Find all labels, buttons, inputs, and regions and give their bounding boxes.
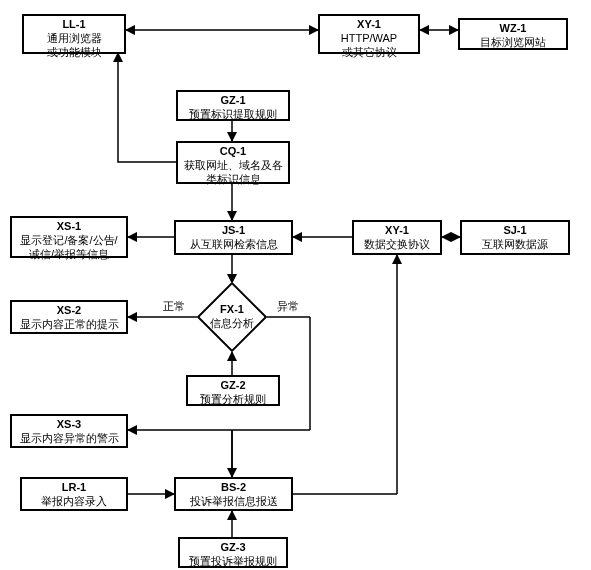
node-xs3: XS-3 显示内容异常的警示	[10, 414, 128, 448]
edge-label-abnormal: 异常	[276, 299, 300, 314]
node-code: GZ-1	[180, 94, 286, 108]
node-wz1: WZ-1 目标浏览网站	[458, 18, 568, 50]
node-gz3: GZ-3 预置投诉举报规则	[178, 537, 288, 568]
node-code: GZ-3	[182, 541, 284, 555]
node-code: FX-1	[187, 303, 277, 317]
node-text: 通用浏览器或功能模块	[26, 32, 122, 60]
node-code: GZ-2	[190, 379, 276, 393]
node-text: 显示内容异常的警示	[14, 432, 124, 446]
node-text: 信息分析	[187, 317, 277, 331]
node-text: 预置分析规则	[190, 393, 276, 407]
node-fx1: FX-1 信息分析	[207, 292, 257, 342]
node-text: 预置投诉举报规则	[182, 555, 284, 569]
node-ll1: LL-1 通用浏览器或功能模块	[22, 14, 126, 54]
node-gz1: GZ-1 预置标识提取规则	[176, 90, 290, 121]
node-code: XS-3	[14, 418, 124, 432]
node-js1: JS-1 从互联网检索信息	[174, 220, 293, 255]
node-text: 预置标识提取规则	[180, 108, 286, 122]
node-text: 举报内容录入	[24, 495, 124, 509]
edge-label-normal: 正常	[162, 299, 186, 314]
node-xy1a: XY-1 HTTP/WAP或其它协议	[318, 14, 420, 54]
node-code: XS-2	[14, 304, 124, 318]
node-xs1: XS-1 显示登记/备案/公告/诚信/举报等信息	[10, 216, 128, 258]
node-code: XY-1	[356, 224, 438, 238]
node-xy1b: XY-1 数据交换协议	[352, 220, 442, 255]
node-text: 目标浏览网站	[462, 36, 564, 50]
node-code: BS-2	[178, 481, 289, 495]
node-code: LL-1	[26, 18, 122, 32]
node-code: SJ-1	[464, 224, 566, 238]
node-sj1: SJ-1 互联网数据源	[460, 220, 570, 255]
node-text: HTTP/WAP或其它协议	[322, 32, 416, 60]
node-text: 显示登记/备案/公告/诚信/举报等信息	[14, 234, 124, 262]
node-lr1: LR-1 举报内容录入	[20, 477, 128, 511]
node-code: LR-1	[24, 481, 124, 495]
node-code: XS-1	[14, 220, 124, 234]
node-bs2: BS-2 投诉举报信息报送	[174, 477, 293, 511]
node-code: XY-1	[322, 18, 416, 32]
node-code: CQ-1	[180, 145, 286, 159]
node-code: JS-1	[178, 224, 289, 238]
node-cq1: CQ-1 获取网址、域名及各类标识信息	[176, 141, 290, 184]
node-text: 互联网数据源	[464, 238, 566, 252]
node-gz2: GZ-2 预置分析规则	[186, 375, 280, 406]
svg-line-20	[118, 53, 160, 160]
node-xs2: XS-2 显示内容正常的提示	[10, 300, 128, 334]
node-text: 数据交换协议	[356, 238, 438, 252]
flowchart-canvas: LL-1 通用浏览器或功能模块 XY-1 HTTP/WAP或其它协议 WZ-1 …	[0, 0, 591, 570]
node-code: WZ-1	[462, 22, 564, 36]
node-text: 显示内容正常的提示	[14, 318, 124, 332]
node-text: 获取网址、域名及各类标识信息	[180, 159, 286, 187]
node-text: 从互联网检索信息	[178, 238, 289, 252]
node-text: 投诉举报信息报送	[178, 495, 289, 509]
